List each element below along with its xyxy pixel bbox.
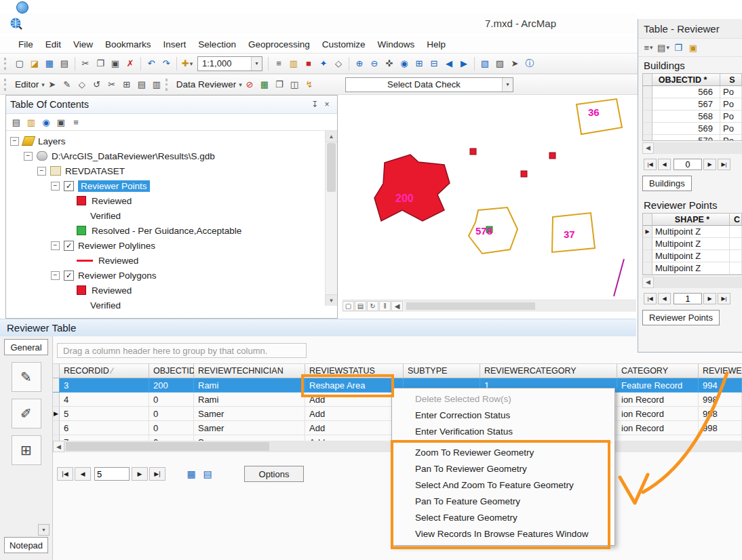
layer-checkbox[interactable]: ✓ — [64, 241, 74, 251]
paste-icon[interactable]: ▣ — [109, 57, 122, 71]
print-icon[interactable]: ▤ — [58, 57, 71, 71]
next-record-button[interactable]: ▶ — [132, 467, 148, 481]
toolbar-grip[interactable] — [4, 58, 9, 70]
tab-notepad[interactable]: Notepad — [4, 537, 48, 553]
previous-record-button[interactable]: ◀ — [75, 467, 91, 481]
cell-technician[interactable]: Samer — [194, 435, 305, 441]
edit-tool-icon[interactable]: ➤ — [45, 78, 59, 92]
cell-category[interactable]: ion Record — [617, 407, 699, 421]
menu-item-pan-to-feature-geometry[interactable]: Pan To Feature Geometry — [392, 494, 614, 510]
previous-record-button[interactable]: ◀ — [658, 293, 671, 304]
batch-validate-icon[interactable]: ↯ — [302, 78, 316, 92]
cell-objectid[interactable]: 567 — [652, 98, 720, 111]
layout-view-icon[interactable]: ▤ — [355, 301, 366, 311]
cell-technician[interactable]: Samer — [194, 421, 305, 435]
cell-status[interactable]: Add — [305, 407, 404, 421]
table-row[interactable]: Multipoint Z — [643, 250, 742, 262]
reviewer-table-icon[interactable]: ▦ — [258, 78, 271, 92]
next-record-button[interactable]: ▶ — [703, 293, 716, 304]
col-shape[interactable]: SHAPE * — [652, 214, 730, 226]
table-row[interactable]: 568 Po — [643, 111, 742, 123]
model-builder-icon[interactable]: ◇ — [332, 57, 345, 71]
clear-selection-icon[interactable]: ▨ — [493, 57, 507, 71]
last-record-button[interactable]: ▶| — [718, 159, 730, 170]
cell-recordid[interactable]: 7 — [60, 435, 149, 441]
cell-technician[interactable]: Samer — [194, 407, 305, 421]
toc-item-revdataset[interactable]: − REVDATASET — [6, 163, 337, 178]
sidebar-scroll-down-icon[interactable]: ▼ — [38, 524, 50, 536]
cell-objectid[interactable]: 0 — [149, 393, 194, 407]
undo-icon[interactable]: ↶ — [144, 57, 158, 71]
collapse-icon[interactable]: − — [51, 182, 60, 191]
grid-tool-icon[interactable]: ⊞ — [12, 435, 41, 465]
options-button[interactable]: Options — [244, 466, 304, 482]
table-row[interactable]: ▶ Multipoint Z — [643, 226, 742, 238]
cell-shape[interactable]: Po — [720, 98, 742, 111]
cell-recordid[interactable]: 3 — [60, 378, 149, 393]
table-row[interactable]: Multipoint Z — [643, 238, 742, 250]
col-objectid[interactable]: OBJECTID * — [652, 74, 720, 86]
menu-item-view-records-in-browse-features-window[interactable]: View Records In Browse Features Window — [392, 526, 614, 542]
tab-general[interactable]: General — [4, 339, 48, 355]
search-icon[interactable]: ✦ — [317, 57, 330, 71]
chevron-down-icon[interactable]: ▾ — [502, 78, 513, 92]
menu-item-enter-correction-status[interactable]: Enter Correction Status — [392, 407, 614, 424]
cell-recordid[interactable]: 6 — [60, 421, 149, 435]
cell-status[interactable]: Add — [305, 393, 404, 407]
cell-reviewe[interactable]: 994 — [699, 378, 742, 393]
col-reviewstatus[interactable]: REVIEWSTATUS — [305, 363, 404, 378]
delete-icon[interactable]: ✗ — [123, 57, 137, 71]
editor-menu-label[interactable]: Editor — [15, 79, 39, 89]
cell-shape[interactable]: Multipoint Z — [652, 226, 730, 238]
toc-window-icon[interactable]: ≡ — [272, 57, 286, 71]
table-row[interactable]: Multipoint Z — [643, 262, 742, 275]
record-number-input[interactable] — [94, 467, 130, 481]
cell-reviewe[interactable]: 998 — [699, 407, 742, 421]
toc-item-layers[interactable]: − Layers — [6, 134, 337, 148]
table-row[interactable]: 566 Po — [643, 86, 742, 98]
cell-extra[interactable] — [730, 250, 742, 262]
cell-shape[interactable]: Po — [720, 86, 742, 98]
col-category[interactable]: CATEGORY — [617, 363, 699, 378]
menu-bookmarks[interactable]: Bookmarks — [99, 37, 157, 52]
menu-view[interactable]: View — [67, 37, 99, 52]
add-data-icon[interactable]: ✚▾ — [180, 57, 194, 71]
chevron-down-icon[interactable]: ▾ — [251, 57, 262, 71]
menu-item-delete-selected-rows[interactable]: Delete Selected Row(s) — [392, 391, 614, 407]
col-reviewercategory[interactable]: REVIEWERCATEGORY — [480, 363, 617, 378]
next-record-button[interactable]: ▶ — [703, 159, 716, 170]
line-sketch-tool-icon[interactable]: ✎ — [12, 362, 41, 392]
cell-status[interactable]: Add — [305, 421, 404, 435]
reviewer-overview-icon[interactable]: ◫ — [288, 78, 301, 92]
menu-item-enter-verification-status[interactable]: Enter Verification Status — [392, 424, 614, 440]
buildings-horizontal-scrollbar[interactable]: ◀ — [642, 142, 742, 153]
cell-extra[interactable] — [730, 238, 742, 250]
map-scale-combo[interactable]: 1:1,000 ▾ — [197, 56, 262, 71]
select-data-check-combo[interactable]: Select Data Check ▾ — [345, 77, 513, 92]
cell-category[interactable]: Feature Record — [617, 378, 699, 393]
cell-recordid[interactable]: 4 — [60, 393, 149, 407]
collapse-icon[interactable]: − — [51, 271, 60, 280]
cell-reviewe[interactable]: 998 — [699, 393, 742, 407]
legend-item-resolved-point[interactable]: Resolved - Per Guidance,Acceptable — [6, 223, 337, 238]
split-tool-icon[interactable]: ⊞ — [120, 78, 134, 92]
layer-checkbox[interactable]: ✓ — [64, 181, 74, 191]
cell-objectid[interactable]: 568 — [652, 111, 720, 123]
cell-objectid[interactable]: 200 — [149, 378, 194, 393]
cell-category[interactable]: ion Record — [617, 393, 699, 407]
redo-icon[interactable]: ↷ — [159, 57, 173, 71]
menu-insert[interactable]: Insert — [157, 37, 193, 52]
collapse-icon[interactable]: − — [24, 152, 33, 161]
cut-icon[interactable]: ✂ — [79, 57, 92, 71]
legend-item-verified-polygon[interactable]: Verified — [6, 298, 337, 308]
cut-polygons-icon[interactable]: ✂ — [105, 78, 119, 92]
edit-vertices-icon[interactable]: ◇ — [75, 78, 89, 92]
copy-icon[interactable]: ❐ — [94, 57, 107, 71]
menu-item-select-feature-geometry[interactable]: Select Feature Geometry — [392, 510, 614, 526]
cell-shape[interactable]: Po — [720, 123, 742, 135]
col-extra[interactable]: C — [730, 214, 742, 226]
reviewer-points-horizontal-scrollbar[interactable]: ◀ — [642, 277, 742, 287]
menu-item-select-and-zoom-to-feature-geometry[interactable]: Select And Zoom To Feature Geometry — [392, 477, 614, 494]
highlight-selected-icon[interactable]: ❐ — [671, 41, 685, 54]
toolbox-icon[interactable]: ■ — [302, 57, 315, 71]
